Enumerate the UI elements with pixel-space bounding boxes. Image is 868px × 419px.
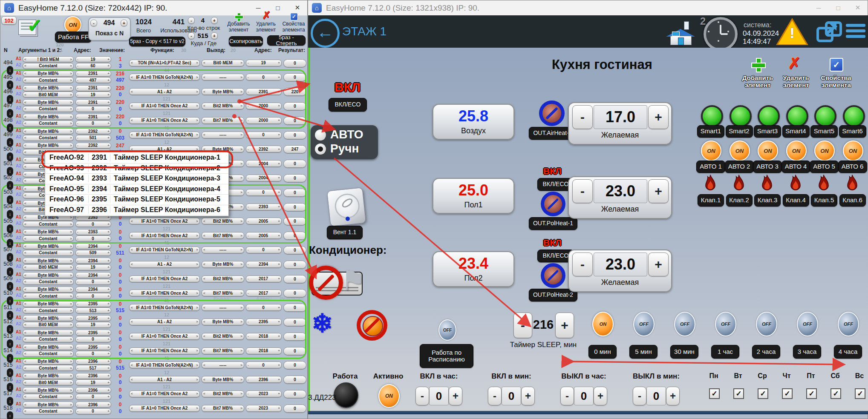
desired-plus-button[interactable]: + (648, 179, 669, 203)
arg2-type-select[interactable]: <Constant> (23, 408, 74, 414)
arg2-type-select[interactable]: <Constant> (23, 221, 74, 227)
output-addr-stepper[interactable]: -2391+ (246, 88, 282, 95)
output-addr-stepper[interactable]: -2023+ (246, 405, 282, 412)
arg1-addr-stepper[interactable]: -2392+ (75, 143, 111, 149)
add-element-button[interactable]: Добавитьэлемент (225, 13, 252, 38)
arg2-addr-stepper[interactable]: -19+ (75, 379, 111, 385)
result-value[interactable]: 220 (283, 88, 306, 96)
function-select[interactable]: <IF A1=0 THEN GoToN(A2>N)> (129, 247, 200, 253)
maximize-button[interactable]: □ (828, 0, 848, 15)
output-addr-stepper[interactable]: -2392+ (246, 146, 282, 152)
valve-flame-icon[interactable] (731, 175, 747, 193)
output-select[interactable]: <Byte MB%> (202, 319, 244, 325)
row-move-handle[interactable]: ↕ (7, 167, 13, 176)
function-select[interactable]: <A1 - A2> (129, 261, 200, 268)
row-move-handle[interactable]: ↕ (7, 354, 13, 363)
output-select[interactable]: <-----> (202, 132, 244, 138)
output-addr-stepper[interactable]: -2000+ (246, 117, 282, 124)
arg1-type-select[interactable]: <Byte MB%> (23, 229, 74, 235)
arg2-addr-stepper[interactable]: -0+ (75, 394, 111, 400)
close-button[interactable]: ✕ (848, 0, 868, 15)
row-move-handle[interactable]: ↕ (7, 383, 13, 392)
row-move-handle[interactable]: ↕ (7, 325, 13, 334)
output-select[interactable]: <Bit7 MB%> (202, 347, 244, 354)
output-select[interactable]: <Byte MB%> (202, 376, 244, 383)
output-select[interactable]: <-----> (202, 304, 244, 311)
menu-icon[interactable] (846, 24, 865, 41)
avto-toggle[interactable]: ON (814, 141, 835, 161)
arg1-addr-stepper[interactable]: -2395+ (75, 344, 111, 350)
result-value[interactable]: 0 (283, 318, 306, 326)
row-move-handle[interactable]: ↕ (7, 80, 13, 89)
row-move-handle[interactable]: ↕ (7, 411, 13, 419)
arg2-addr-stepper[interactable]: -0+ (75, 121, 111, 126)
output-addr-stepper[interactable]: -2394+ (246, 261, 282, 268)
arg2-addr-stepper[interactable]: -501+ (75, 135, 111, 141)
day-checkbox[interactable]: ✓ (855, 388, 865, 399)
arg1-addr-stepper[interactable]: -2396+ (75, 402, 111, 408)
log-icon[interactable]: ✓ (17, 16, 45, 37)
arg2-addr-stepper[interactable]: -509+ (75, 250, 111, 256)
warning-icon[interactable]: ! (776, 18, 808, 46)
smart-indicator[interactable] (814, 105, 836, 127)
function-select[interactable]: <A1 - A2> (129, 319, 200, 325)
result-value[interactable]: 0 (283, 73, 306, 81)
day-checkbox[interactable]: ✓ (758, 388, 768, 399)
result-value[interactable]: 0 (283, 405, 306, 413)
result-value[interactable]: 0 (283, 246, 306, 254)
function-select[interactable]: <IF A1=0 THEN Once A2> (129, 333, 200, 340)
row-move-handle[interactable]: ↕ (7, 195, 13, 204)
vent-device-icon[interactable] (327, 187, 366, 227)
output-select[interactable]: <Bit7 MB%> (202, 290, 244, 296)
result-value[interactable]: 0 (283, 347, 306, 355)
result-value[interactable]: 0 (283, 59, 306, 67)
arg2-type-select[interactable]: <Constant> (23, 63, 74, 69)
schedule-plus-button[interactable]: + (449, 387, 462, 405)
arg1-type-select[interactable]: <Byte MB%> (23, 344, 74, 350)
timer-minus-button[interactable]: - (513, 313, 532, 338)
schedule-plus-button[interactable]: + (594, 387, 607, 405)
row-move-handle[interactable]: ↕ (7, 123, 13, 132)
popup-row[interactable]: FreeAO-942393Таймер SLEEP Кондиционера-3 (45, 173, 228, 184)
arg1-type-select[interactable]: <Byte MB%> (23, 387, 74, 393)
function-select[interactable]: <A1 - A2> (129, 146, 200, 152)
popup-row[interactable]: FreeAO-932392Таймер SLEEP Кондиционера-2 (45, 163, 228, 174)
out-polheat2-icon[interactable] (541, 263, 565, 288)
arg2-addr-stepper[interactable]: -19+ (75, 92, 111, 98)
row-move-handle[interactable]: ↕ (7, 109, 13, 118)
out-airheat-icon[interactable] (539, 100, 565, 126)
arg2-type-select[interactable]: <Bit0 MEM> (23, 264, 74, 270)
arg1-type-select[interactable]: <Byte MB%> (23, 402, 74, 408)
arg2-type-select[interactable]: <Constant> (23, 77, 74, 83)
day-checkbox[interactable]: ✓ (806, 388, 817, 399)
arg2-type-select[interactable]: <Constant> (23, 336, 74, 342)
rows-count-minus[interactable]: - (188, 17, 195, 24)
output-select[interactable]: <Bit7 MB%> (202, 232, 244, 239)
row-move-handle[interactable]: ↕ (7, 66, 13, 75)
where-plus[interactable]: + (211, 32, 218, 39)
arg2-type-select[interactable]: <Constant> (23, 394, 74, 400)
show-n-minus[interactable]: - (90, 20, 97, 26)
valve-flame-icon[interactable] (759, 175, 775, 193)
row-move-handle[interactable]: ↕ (7, 311, 13, 320)
row-move-handle[interactable]: ↕ (7, 95, 13, 104)
valve-flame-icon[interactable] (702, 175, 718, 193)
arg2-type-select[interactable]: <Bit0 MEM> (23, 379, 74, 385)
smart-indicator[interactable] (701, 105, 723, 127)
arg1-addr-stepper[interactable]: -2392+ (75, 128, 111, 134)
output-select[interactable]: <Bit2 MB%> (202, 333, 244, 340)
output-select[interactable]: <Bit2 MB%> (202, 218, 244, 224)
result-value[interactable]: 0 (283, 390, 306, 398)
row-move-handle[interactable]: ↕ (7, 296, 13, 305)
arg2-type-select[interactable]: <Constant> (23, 235, 74, 241)
function-select[interactable]: <A1 - A2> (129, 88, 200, 95)
output-addr-stepper[interactable]: -2395+ (246, 319, 282, 325)
arg2-addr-stepper[interactable]: -0+ (75, 293, 111, 299)
schedule-off-button[interactable]: OFF (438, 319, 456, 341)
timer-preset-button[interactable]: OFF (674, 312, 695, 336)
smart-indicator[interactable] (843, 105, 865, 127)
function-select[interactable]: <IF A1=0 THEN Once A2> (129, 290, 200, 296)
output-addr-stepper[interactable]: -2004+ (246, 175, 282, 181)
function-select[interactable]: <IF A1=0 THEN GoToN(A2>N)> (129, 132, 200, 138)
arg1-type-select[interactable]: <Byte MB%> (23, 114, 74, 120)
